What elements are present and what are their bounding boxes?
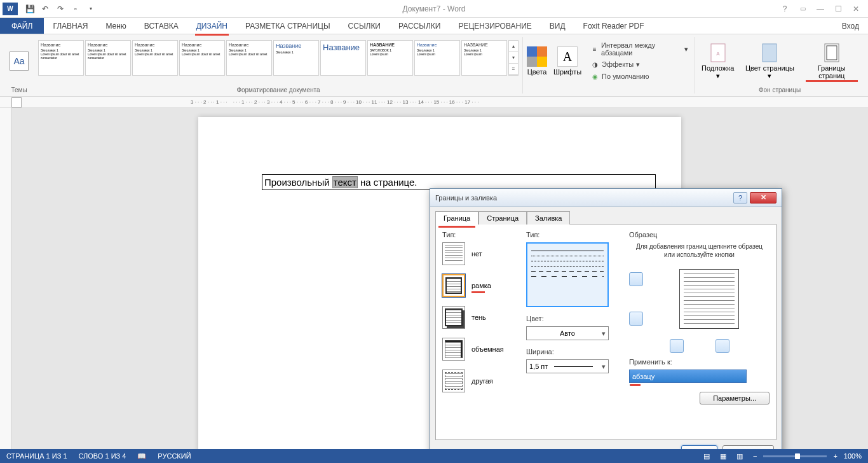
dialog-tab-fill[interactable]: Заливка [527, 211, 570, 225]
themes-button[interactable]: Aa [8, 47, 31, 75]
dialog-title: Границы и заливка [435, 194, 497, 202]
ribbon-tabs: ФАЙЛ ГЛАВНАЯ Меню ВСТАВКА ДИЗАЙН РАЗМЕТК… [0, 18, 868, 34]
tab-foxit[interactable]: Foxit Reader PDF [574, 18, 653, 34]
colors-button[interactable]: Цвета [527, 46, 547, 76]
style-section-label: Тип: [526, 231, 621, 238]
dialog-tab-border[interactable]: Граница [435, 211, 478, 225]
border-type-none[interactable]: нет [442, 242, 519, 265]
gallery-group-label: Форматирование документа [236, 85, 320, 93]
status-words[interactable]: СЛОВО 1 ИЗ 4 [79, 452, 126, 460]
zoom-in-icon[interactable]: + [833, 452, 837, 460]
redo-icon[interactable]: ↷ [53, 2, 67, 16]
zoom-value[interactable]: 100% [844, 452, 862, 460]
edge-left-button[interactable] [670, 339, 684, 353]
tab-references[interactable]: ССЫЛКИ [339, 18, 390, 34]
quick-access-toolbar: 💾 ↶ ↷ ▫ ▾ [23, 2, 98, 16]
dialog-help-icon[interactable]: ? [733, 192, 747, 204]
new-doc-icon[interactable]: ▫ [69, 2, 83, 16]
zoom-slider[interactable] [763, 455, 827, 457]
apply-to-label: Применить к: [629, 358, 770, 366]
sample-hint: Для добавления границ щелкните образец и… [629, 242, 770, 259]
tab-home[interactable]: ГЛАВНАЯ [44, 18, 97, 34]
status-page[interactable]: СТРАНИЦА 1 ИЗ 1 [6, 452, 67, 460]
dialog-close-icon[interactable]: ✕ [750, 192, 776, 204]
gallery-scroll[interactable]: ▴▾≡ [508, 40, 519, 76]
vertical-ruler[interactable] [0, 108, 11, 463]
tab-insert[interactable]: ВСТАВКА [135, 18, 187, 34]
word-app-icon: W [3, 3, 18, 15]
maximize-icon[interactable]: ☐ [830, 3, 846, 15]
help-icon[interactable]: ? [776, 3, 793, 15]
minimize-icon[interactable]: — [812, 3, 829, 15]
paragraph-spacing-button[interactable]: ≡Интервал между абзацами ▾ [588, 41, 691, 57]
horizontal-ruler[interactable]: 3 · · · 2 · · · 1 · · · · · · 1 · · · 2 … [0, 97, 868, 108]
edge-top-button[interactable] [629, 272, 643, 286]
view-print-layout-icon[interactable]: ▤ [703, 452, 714, 460]
save-icon[interactable]: 💾 [23, 2, 37, 16]
dialog-tab-page[interactable]: Страница [478, 211, 527, 225]
svg-text:A: A [716, 51, 720, 57]
close-icon[interactable]: ✕ [848, 3, 864, 15]
tab-view[interactable]: ВИД [541, 18, 574, 34]
border-type-shadow[interactable]: тень [442, 306, 519, 329]
svg-rect-2 [763, 44, 776, 62]
status-bar: СТРАНИЦА 1 ИЗ 1 СЛОВО 1 ИЗ 4 📖 РУССКИЙ ▤… [0, 449, 868, 463]
doc-text: Произвольный [264, 177, 332, 188]
edge-bottom-button[interactable] [629, 312, 643, 326]
view-read-mode-icon[interactable]: ▦ [720, 452, 730, 460]
border-type-box[interactable]: рамка [442, 274, 519, 297]
tab-menu[interactable]: Меню [97, 18, 135, 34]
undo-icon[interactable]: ↶ [38, 2, 52, 16]
border-type-3d[interactable]: объемная [442, 338, 519, 361]
tab-mailings[interactable]: РАССЫЛКИ [390, 18, 449, 34]
border-style-list[interactable] [526, 242, 609, 307]
selected-text: текст [332, 176, 358, 188]
page-color-button[interactable]: Цвет страницы ▾ [742, 43, 797, 79]
edge-right-button[interactable] [715, 339, 729, 353]
set-default-button[interactable]: ◉По умолчанию [588, 71, 691, 81]
doc-text-after: на странице. [358, 177, 417, 188]
ribbon-options-icon[interactable]: ▭ [794, 3, 811, 15]
page-borders-button[interactable]: Границы страниц [803, 43, 860, 79]
tab-design[interactable]: ДИЗАЙН [187, 18, 236, 34]
effects-button[interactable]: ◑Эффекты ▾ [588, 59, 691, 69]
apply-to-combo[interactable]: абзацу [629, 370, 747, 383]
qat-more-icon[interactable]: ▾ [84, 2, 98, 16]
fonts-button[interactable]: AШрифты [553, 46, 581, 76]
type-section-label: Тип: [442, 231, 519, 238]
tab-layout[interactable]: РАЗМЕТКА СТРАНИЦЫ [236, 18, 339, 34]
border-color-combo[interactable]: Авто [526, 326, 609, 340]
borders-dialog: Границы и заливка ? ✕ Граница Страница З… [430, 188, 782, 463]
status-proofing-icon[interactable]: 📖 [137, 452, 146, 460]
tab-file[interactable]: ФАЙЛ [0, 18, 44, 34]
watermark-button[interactable]: AПодложка▾ [699, 43, 736, 79]
zoom-out-icon[interactable]: − [753, 452, 757, 460]
border-width-combo[interactable]: 1,5 пт [526, 359, 609, 373]
signin-link[interactable]: Вход [833, 18, 868, 34]
dialog-titlebar[interactable]: Границы и заливка ? ✕ [430, 189, 782, 207]
options-button[interactable]: Параметры... [700, 392, 770, 404]
view-web-icon[interactable]: ▥ [736, 452, 747, 460]
page-bg-group-label: Фон страницы [759, 85, 801, 93]
style-gallery[interactable]: НазваниеЗаголовок 1Lorem ipsum dolor sit… [38, 40, 519, 82]
status-language[interactable]: РУССКИЙ [158, 452, 191, 460]
tab-review[interactable]: РЕЦЕНЗИРОВАНИЕ [449, 18, 540, 34]
border-type-custom[interactable]: другая [442, 370, 519, 392]
ribbon: Aa Темы НазваниеЗаголовок 1Lorem ipsum d… [0, 34, 868, 97]
window-title: Документ7 - Word [402, 4, 465, 13]
themes-label: Темы [11, 85, 27, 93]
color-label: Цвет: [526, 315, 621, 322]
sample-label: Образец [629, 231, 770, 238]
title-bar: W 💾 ↶ ↷ ▫ ▾ Документ7 - Word ? ▭ — ☐ ✕ [0, 0, 868, 18]
width-label: Ширина: [526, 348, 621, 356]
border-preview[interactable] [679, 269, 739, 329]
